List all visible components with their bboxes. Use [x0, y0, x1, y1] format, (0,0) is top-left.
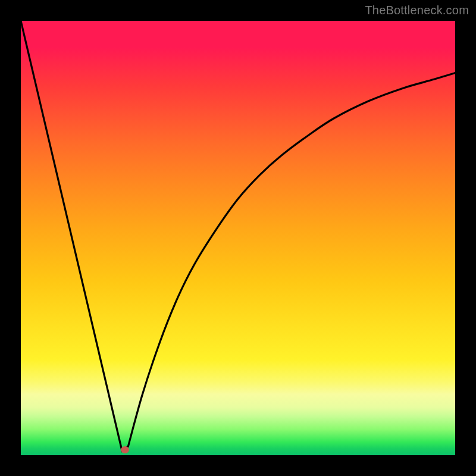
bottleneck-curve — [21, 21, 455, 455]
optimal-marker — [121, 446, 129, 453]
curve-path — [21, 21, 455, 451]
attribution-text: TheBottleneck.com — [365, 4, 469, 17]
plot-area — [21, 21, 455, 455]
chart-frame: TheBottleneck.com — [0, 0, 476, 476]
